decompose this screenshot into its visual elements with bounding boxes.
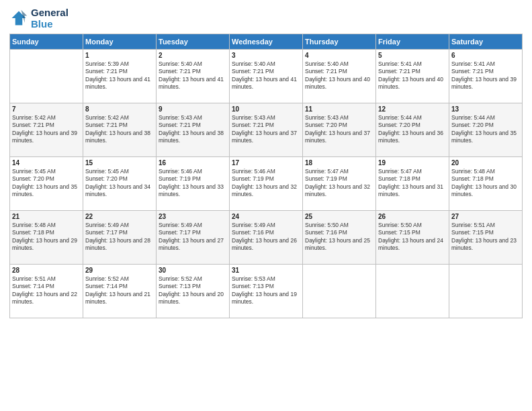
day-number: 16 bbox=[159, 159, 227, 167]
cell-content: Sunrise: 5:50 AMSunset: 7:15 PMDaylight:… bbox=[378, 222, 447, 253]
day-number: 15 bbox=[85, 159, 154, 167]
calendar-cell: 15Sunrise: 5:45 AMSunset: 7:20 PMDayligh… bbox=[83, 157, 157, 211]
day-number: 25 bbox=[305, 213, 373, 220]
calendar-cell: 27Sunrise: 5:51 AMSunset: 7:15 PMDayligh… bbox=[449, 211, 523, 265]
calendar-cell bbox=[376, 265, 449, 318]
day-number: 8 bbox=[85, 105, 154, 113]
day-number: 28 bbox=[12, 267, 81, 274]
day-number: 3 bbox=[232, 52, 300, 59]
day-number: 30 bbox=[159, 267, 227, 274]
calendar-table: SundayMondayTuesdayWednesdayThursdayFrid… bbox=[9, 34, 523, 318]
cell-content: Sunrise: 5:45 AMSunset: 7:20 PMDaylight:… bbox=[12, 168, 81, 199]
calendar-cell: 24Sunrise: 5:49 AMSunset: 7:16 PMDayligh… bbox=[230, 211, 303, 265]
day-number: 29 bbox=[85, 267, 154, 274]
cell-content: Sunrise: 5:45 AMSunset: 7:20 PMDaylight:… bbox=[85, 168, 154, 199]
cell-content: Sunrise: 5:42 AMSunset: 7:21 PMDaylight:… bbox=[12, 114, 81, 145]
calendar-cell bbox=[303, 265, 376, 318]
day-number: 17 bbox=[232, 159, 300, 167]
day-number: 4 bbox=[305, 52, 373, 59]
calendar-cell: 19Sunrise: 5:47 AMSunset: 7:18 PMDayligh… bbox=[376, 157, 449, 211]
column-header-thursday: Thursday bbox=[303, 34, 376, 50]
day-number: 13 bbox=[451, 105, 520, 113]
cell-content: Sunrise: 5:47 AMSunset: 7:18 PMDaylight:… bbox=[378, 168, 447, 199]
calendar-cell: 11Sunrise: 5:43 AMSunset: 7:20 PMDayligh… bbox=[303, 103, 376, 157]
cell-content: Sunrise: 5:52 AMSunset: 7:13 PMDaylight:… bbox=[159, 275, 227, 306]
cell-content: Sunrise: 5:41 AMSunset: 7:21 PMDaylight:… bbox=[378, 60, 447, 91]
cell-content: Sunrise: 5:41 AMSunset: 7:21 PMDaylight:… bbox=[451, 60, 520, 91]
calendar-cell: 29Sunrise: 5:52 AMSunset: 7:14 PMDayligh… bbox=[83, 265, 157, 318]
calendar-cell: 6Sunrise: 5:41 AMSunset: 7:21 PMDaylight… bbox=[449, 50, 523, 103]
header: General Blue bbox=[9, 7, 523, 30]
day-number: 22 bbox=[85, 213, 154, 220]
calendar-cell: 20Sunrise: 5:48 AMSunset: 7:18 PMDayligh… bbox=[449, 157, 523, 211]
day-number: 5 bbox=[378, 52, 447, 59]
cell-content: Sunrise: 5:48 AMSunset: 7:18 PMDaylight:… bbox=[451, 168, 520, 199]
calendar-cell: 25Sunrise: 5:50 AMSunset: 7:16 PMDayligh… bbox=[303, 211, 376, 265]
calendar-page: General Blue SundayMondayTuesdayWednesda… bbox=[0, 0, 532, 411]
week-row-1: 1Sunrise: 5:39 AMSunset: 7:21 PMDaylight… bbox=[10, 50, 523, 103]
cell-content: Sunrise: 5:47 AMSunset: 7:19 PMDaylight:… bbox=[305, 168, 373, 199]
calendar-cell: 5Sunrise: 5:41 AMSunset: 7:21 PMDaylight… bbox=[376, 50, 449, 103]
cell-content: Sunrise: 5:49 AMSunset: 7:16 PMDaylight:… bbox=[232, 222, 300, 253]
calendar-cell: 31Sunrise: 5:53 AMSunset: 7:13 PMDayligh… bbox=[230, 265, 303, 318]
cell-content: Sunrise: 5:43 AMSunset: 7:20 PMDaylight:… bbox=[305, 114, 373, 145]
cell-content: Sunrise: 5:52 AMSunset: 7:14 PMDaylight:… bbox=[85, 275, 154, 306]
cell-content: Sunrise: 5:46 AMSunset: 7:19 PMDaylight:… bbox=[159, 168, 227, 199]
day-number: 12 bbox=[378, 105, 447, 113]
calendar-cell: 17Sunrise: 5:46 AMSunset: 7:19 PMDayligh… bbox=[230, 157, 303, 211]
day-number: 21 bbox=[12, 213, 81, 220]
calendar-cell bbox=[10, 50, 83, 103]
calendar-cell: 4Sunrise: 5:40 AMSunset: 7:21 PMDaylight… bbox=[303, 50, 376, 103]
cell-content: Sunrise: 5:48 AMSunset: 7:18 PMDaylight:… bbox=[12, 222, 81, 253]
week-row-3: 14Sunrise: 5:45 AMSunset: 7:20 PMDayligh… bbox=[10, 157, 523, 211]
cell-content: Sunrise: 5:43 AMSunset: 7:21 PMDaylight:… bbox=[232, 114, 300, 145]
cell-content: Sunrise: 5:49 AMSunset: 7:17 PMDaylight:… bbox=[85, 222, 154, 253]
day-number: 7 bbox=[12, 105, 81, 113]
calendar-cell: 16Sunrise: 5:46 AMSunset: 7:19 PMDayligh… bbox=[157, 157, 230, 211]
day-number: 24 bbox=[232, 213, 300, 220]
day-number: 19 bbox=[378, 159, 447, 167]
cell-content: Sunrise: 5:44 AMSunset: 7:20 PMDaylight:… bbox=[378, 114, 447, 145]
cell-content: Sunrise: 5:40 AMSunset: 7:21 PMDaylight:… bbox=[232, 60, 300, 91]
calendar-cell: 26Sunrise: 5:50 AMSunset: 7:15 PMDayligh… bbox=[376, 211, 449, 265]
week-row-2: 7Sunrise: 5:42 AMSunset: 7:21 PMDaylight… bbox=[10, 103, 523, 157]
column-header-monday: Monday bbox=[83, 34, 157, 50]
calendar-cell: 30Sunrise: 5:52 AMSunset: 7:13 PMDayligh… bbox=[157, 265, 230, 318]
calendar-cell: 10Sunrise: 5:43 AMSunset: 7:21 PMDayligh… bbox=[230, 103, 303, 157]
calendar-cell: 1Sunrise: 5:39 AMSunset: 7:21 PMDaylight… bbox=[83, 50, 157, 103]
calendar-cell: 22Sunrise: 5:49 AMSunset: 7:17 PMDayligh… bbox=[83, 211, 157, 265]
day-number: 6 bbox=[451, 52, 520, 59]
cell-content: Sunrise: 5:40 AMSunset: 7:21 PMDaylight:… bbox=[159, 60, 227, 91]
calendar-cell: 8Sunrise: 5:42 AMSunset: 7:21 PMDaylight… bbox=[83, 103, 157, 157]
calendar-cell: 12Sunrise: 5:44 AMSunset: 7:20 PMDayligh… bbox=[376, 103, 449, 157]
column-header-wednesday: Wednesday bbox=[230, 34, 303, 50]
day-number: 10 bbox=[232, 105, 300, 113]
cell-content: Sunrise: 5:42 AMSunset: 7:21 PMDaylight:… bbox=[85, 114, 154, 145]
day-number: 1 bbox=[85, 52, 154, 59]
day-number: 31 bbox=[232, 267, 300, 274]
column-header-friday: Friday bbox=[376, 34, 449, 50]
calendar-cell bbox=[449, 265, 523, 318]
day-number: 18 bbox=[305, 159, 373, 167]
cell-content: Sunrise: 5:50 AMSunset: 7:16 PMDaylight:… bbox=[305, 222, 373, 253]
cell-content: Sunrise: 5:51 AMSunset: 7:15 PMDaylight:… bbox=[451, 222, 520, 253]
day-number: 11 bbox=[305, 105, 373, 113]
calendar-cell: 28Sunrise: 5:51 AMSunset: 7:14 PMDayligh… bbox=[10, 265, 83, 318]
calendar-cell: 9Sunrise: 5:43 AMSunset: 7:21 PMDaylight… bbox=[157, 103, 230, 157]
column-header-saturday: Saturday bbox=[449, 34, 523, 50]
calendar-header-row: SundayMondayTuesdayWednesdayThursdayFrid… bbox=[10, 34, 523, 50]
cell-content: Sunrise: 5:43 AMSunset: 7:21 PMDaylight:… bbox=[159, 114, 227, 145]
cell-content: Sunrise: 5:44 AMSunset: 7:20 PMDaylight:… bbox=[451, 114, 520, 145]
cell-content: Sunrise: 5:49 AMSunset: 7:17 PMDaylight:… bbox=[159, 222, 227, 253]
calendar-cell: 23Sunrise: 5:49 AMSunset: 7:17 PMDayligh… bbox=[157, 211, 230, 265]
day-number: 14 bbox=[12, 159, 81, 167]
logo: General Blue bbox=[9, 7, 69, 30]
cell-content: Sunrise: 5:51 AMSunset: 7:14 PMDaylight:… bbox=[12, 275, 81, 306]
week-row-5: 28Sunrise: 5:51 AMSunset: 7:14 PMDayligh… bbox=[10, 265, 523, 318]
day-number: 20 bbox=[451, 159, 520, 167]
week-row-4: 21Sunrise: 5:48 AMSunset: 7:18 PMDayligh… bbox=[10, 211, 523, 265]
calendar-cell: 14Sunrise: 5:45 AMSunset: 7:20 PMDayligh… bbox=[10, 157, 83, 211]
day-number: 9 bbox=[159, 105, 227, 113]
logo-icon bbox=[9, 9, 28, 28]
calendar-cell: 2Sunrise: 5:40 AMSunset: 7:21 PMDaylight… bbox=[157, 50, 230, 103]
